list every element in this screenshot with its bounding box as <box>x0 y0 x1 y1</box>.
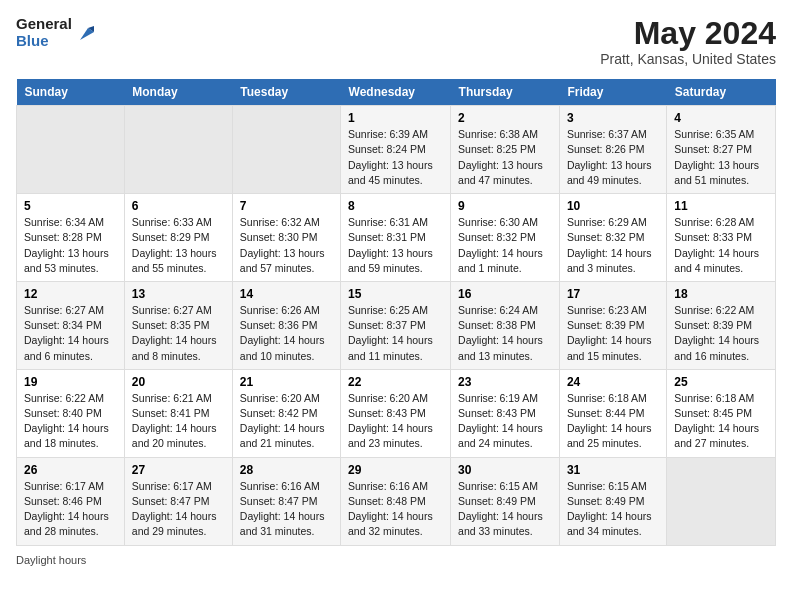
day-number: 31 <box>567 463 659 477</box>
calendar-week-5: 26Sunrise: 6:17 AM Sunset: 8:46 PM Dayli… <box>17 457 776 545</box>
calendar-cell: 30Sunrise: 6:15 AM Sunset: 8:49 PM Dayli… <box>451 457 560 545</box>
day-info: Sunrise: 6:18 AM Sunset: 8:45 PM Dayligh… <box>674 391 768 452</box>
day-number: 9 <box>458 199 552 213</box>
calendar-cell: 14Sunrise: 6:26 AM Sunset: 8:36 PM Dayli… <box>232 281 340 369</box>
page-header: General Blue May 2024 Pratt, Kansas, Uni… <box>16 16 776 67</box>
day-info: Sunrise: 6:22 AM Sunset: 8:39 PM Dayligh… <box>674 303 768 364</box>
day-info: Sunrise: 6:16 AM Sunset: 8:48 PM Dayligh… <box>348 479 443 540</box>
day-number: 16 <box>458 287 552 301</box>
calendar-cell: 18Sunrise: 6:22 AM Sunset: 8:39 PM Dayli… <box>667 281 776 369</box>
calendar-week-2: 5Sunrise: 6:34 AM Sunset: 8:28 PM Daylig… <box>17 194 776 282</box>
calendar-table: SundayMondayTuesdayWednesdayThursdayFrid… <box>16 79 776 545</box>
day-number: 21 <box>240 375 333 389</box>
day-number: 11 <box>674 199 768 213</box>
day-number: 5 <box>24 199 117 213</box>
calendar-cell: 4Sunrise: 6:35 AM Sunset: 8:27 PM Daylig… <box>667 106 776 194</box>
calendar-cell: 31Sunrise: 6:15 AM Sunset: 8:49 PM Dayli… <box>559 457 666 545</box>
day-info: Sunrise: 6:31 AM Sunset: 8:31 PM Dayligh… <box>348 215 443 276</box>
day-info: Sunrise: 6:17 AM Sunset: 8:47 PM Dayligh… <box>132 479 225 540</box>
day-info: Sunrise: 6:38 AM Sunset: 8:25 PM Dayligh… <box>458 127 552 188</box>
day-number: 1 <box>348 111 443 125</box>
calendar-cell <box>124 106 232 194</box>
day-info: Sunrise: 6:20 AM Sunset: 8:42 PM Dayligh… <box>240 391 333 452</box>
calendar-cell <box>667 457 776 545</box>
logo-general-text: General <box>16 16 72 33</box>
calendar-cell: 23Sunrise: 6:19 AM Sunset: 8:43 PM Dayli… <box>451 369 560 457</box>
col-header-sunday: Sunday <box>17 79 125 106</box>
day-info: Sunrise: 6:30 AM Sunset: 8:32 PM Dayligh… <box>458 215 552 276</box>
calendar-cell: 15Sunrise: 6:25 AM Sunset: 8:37 PM Dayli… <box>341 281 451 369</box>
day-number: 23 <box>458 375 552 389</box>
day-number: 29 <box>348 463 443 477</box>
day-number: 10 <box>567 199 659 213</box>
location-text: Pratt, Kansas, United States <box>600 51 776 67</box>
day-number: 2 <box>458 111 552 125</box>
day-number: 26 <box>24 463 117 477</box>
day-info: Sunrise: 6:27 AM Sunset: 8:35 PM Dayligh… <box>132 303 225 364</box>
day-number: 4 <box>674 111 768 125</box>
calendar-cell: 16Sunrise: 6:24 AM Sunset: 8:38 PM Dayli… <box>451 281 560 369</box>
day-number: 22 <box>348 375 443 389</box>
day-number: 28 <box>240 463 333 477</box>
calendar-cell: 27Sunrise: 6:17 AM Sunset: 8:47 PM Dayli… <box>124 457 232 545</box>
calendar-cell: 9Sunrise: 6:30 AM Sunset: 8:32 PM Daylig… <box>451 194 560 282</box>
day-number: 18 <box>674 287 768 301</box>
day-info: Sunrise: 6:16 AM Sunset: 8:47 PM Dayligh… <box>240 479 333 540</box>
calendar-cell <box>232 106 340 194</box>
month-year-title: May 2024 <box>600 16 776 51</box>
day-info: Sunrise: 6:27 AM Sunset: 8:34 PM Dayligh… <box>24 303 117 364</box>
calendar-cell: 1Sunrise: 6:39 AM Sunset: 8:24 PM Daylig… <box>341 106 451 194</box>
day-info: Sunrise: 6:29 AM Sunset: 8:32 PM Dayligh… <box>567 215 659 276</box>
calendar-cell: 19Sunrise: 6:22 AM Sunset: 8:40 PM Dayli… <box>17 369 125 457</box>
day-info: Sunrise: 6:24 AM Sunset: 8:38 PM Dayligh… <box>458 303 552 364</box>
day-info: Sunrise: 6:39 AM Sunset: 8:24 PM Dayligh… <box>348 127 443 188</box>
day-number: 14 <box>240 287 333 301</box>
day-info: Sunrise: 6:28 AM Sunset: 8:33 PM Dayligh… <box>674 215 768 276</box>
calendar-cell: 17Sunrise: 6:23 AM Sunset: 8:39 PM Dayli… <box>559 281 666 369</box>
calendar-cell: 28Sunrise: 6:16 AM Sunset: 8:47 PM Dayli… <box>232 457 340 545</box>
day-number: 27 <box>132 463 225 477</box>
day-info: Sunrise: 6:23 AM Sunset: 8:39 PM Dayligh… <box>567 303 659 364</box>
calendar-cell <box>17 106 125 194</box>
day-info: Sunrise: 6:32 AM Sunset: 8:30 PM Dayligh… <box>240 215 333 276</box>
calendar-cell: 22Sunrise: 6:20 AM Sunset: 8:43 PM Dayli… <box>341 369 451 457</box>
calendar-cell: 10Sunrise: 6:29 AM Sunset: 8:32 PM Dayli… <box>559 194 666 282</box>
day-number: 3 <box>567 111 659 125</box>
logo-blue-text: Blue <box>16 33 72 50</box>
day-number: 24 <box>567 375 659 389</box>
calendar-cell: 2Sunrise: 6:38 AM Sunset: 8:25 PM Daylig… <box>451 106 560 194</box>
col-header-tuesday: Tuesday <box>232 79 340 106</box>
day-number: 20 <box>132 375 225 389</box>
calendar-cell: 13Sunrise: 6:27 AM Sunset: 8:35 PM Dayli… <box>124 281 232 369</box>
calendar-cell: 12Sunrise: 6:27 AM Sunset: 8:34 PM Dayli… <box>17 281 125 369</box>
col-header-monday: Monday <box>124 79 232 106</box>
calendar-header-row: SundayMondayTuesdayWednesdayThursdayFrid… <box>17 79 776 106</box>
footer: Daylight hours <box>16 554 776 566</box>
day-info: Sunrise: 6:15 AM Sunset: 8:49 PM Dayligh… <box>567 479 659 540</box>
calendar-week-3: 12Sunrise: 6:27 AM Sunset: 8:34 PM Dayli… <box>17 281 776 369</box>
col-header-thursday: Thursday <box>451 79 560 106</box>
calendar-cell: 20Sunrise: 6:21 AM Sunset: 8:41 PM Dayli… <box>124 369 232 457</box>
day-info: Sunrise: 6:15 AM Sunset: 8:49 PM Dayligh… <box>458 479 552 540</box>
calendar-cell: 8Sunrise: 6:31 AM Sunset: 8:31 PM Daylig… <box>341 194 451 282</box>
day-info: Sunrise: 6:20 AM Sunset: 8:43 PM Dayligh… <box>348 391 443 452</box>
day-info: Sunrise: 6:22 AM Sunset: 8:40 PM Dayligh… <box>24 391 117 452</box>
day-number: 19 <box>24 375 117 389</box>
calendar-cell: 3Sunrise: 6:37 AM Sunset: 8:26 PM Daylig… <box>559 106 666 194</box>
calendar-week-4: 19Sunrise: 6:22 AM Sunset: 8:40 PM Dayli… <box>17 369 776 457</box>
calendar-cell: 11Sunrise: 6:28 AM Sunset: 8:33 PM Dayli… <box>667 194 776 282</box>
day-number: 25 <box>674 375 768 389</box>
logo: General Blue <box>16 16 98 49</box>
day-info: Sunrise: 6:26 AM Sunset: 8:36 PM Dayligh… <box>240 303 333 364</box>
daylight-label: Daylight hours <box>16 554 86 566</box>
col-header-friday: Friday <box>559 79 666 106</box>
day-info: Sunrise: 6:35 AM Sunset: 8:27 PM Dayligh… <box>674 127 768 188</box>
day-number: 7 <box>240 199 333 213</box>
col-header-wednesday: Wednesday <box>341 79 451 106</box>
day-info: Sunrise: 6:37 AM Sunset: 8:26 PM Dayligh… <box>567 127 659 188</box>
day-number: 15 <box>348 287 443 301</box>
title-section: May 2024 Pratt, Kansas, United States <box>600 16 776 67</box>
calendar-cell: 6Sunrise: 6:33 AM Sunset: 8:29 PM Daylig… <box>124 194 232 282</box>
calendar-week-1: 1Sunrise: 6:39 AM Sunset: 8:24 PM Daylig… <box>17 106 776 194</box>
day-number: 13 <box>132 287 225 301</box>
